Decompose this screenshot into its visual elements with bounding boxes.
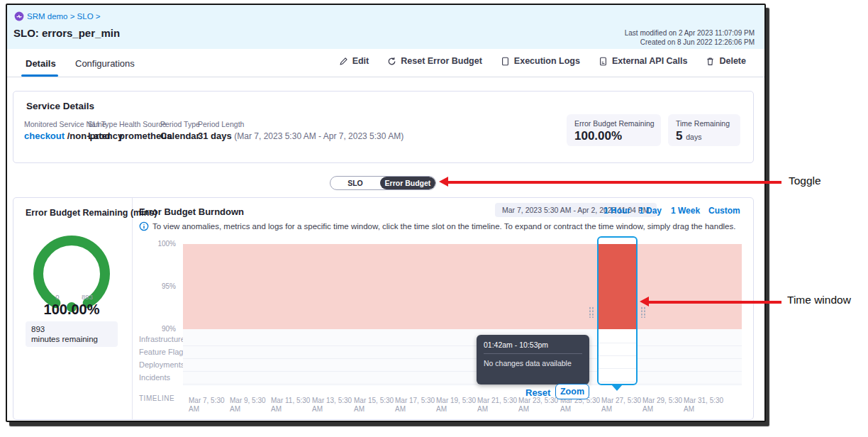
page-header: SRM demo > SLO > SLO: errors_per_min Las… — [7, 5, 764, 49]
timeline-tick: Mar 9, 5:30AM — [230, 397, 271, 414]
last-modified: Last modified on 2 Apr 2023 11:07:09 PM — [625, 28, 755, 38]
timestamps: Last modified on 2 Apr 2023 11:07:09 PM … — [625, 28, 755, 47]
timeline-tick: Mar 29, 5:30AM — [642, 397, 684, 414]
selection-gridline — [599, 355, 636, 356]
panel-divider — [132, 198, 133, 419]
burndown-date-range[interactable]: Mar 7, 2023 5:30 AM - Apr 2, 2023 11:04 … — [495, 203, 657, 217]
reset-button[interactable]: Reset — [525, 387, 550, 398]
active-tab-indicator — [21, 74, 58, 77]
tooltip-divider — [484, 353, 582, 354]
period-length-value: 31 days (Mar 7, 2023 5:30 AM - Apr 7, 20… — [198, 131, 404, 141]
lane-gridline — [183, 358, 742, 359]
timeline-tick: Mar 19, 5:30AM — [436, 397, 477, 414]
service-details-heading: Service Details — [26, 101, 94, 111]
delete-button[interactable]: Delete — [706, 56, 746, 66]
execution-logs-button[interactable]: Execution Logs — [501, 56, 580, 66]
info-icon — [139, 221, 149, 231]
lane-infrastructure: Infrastructure — [139, 335, 185, 343]
document-icon — [501, 57, 510, 66]
annotation-toggle: Toggle — [789, 175, 821, 187]
error-budget-band[interactable] — [183, 244, 742, 329]
burndown-title: Error Budget Burndown — [139, 206, 244, 217]
selection-pointer-icon — [611, 385, 623, 391]
gauge-title: Error Budget Remaining (mins) — [26, 208, 157, 218]
page-title: SLO: errors_per_min — [13, 27, 120, 39]
external-api-calls-button[interactable]: External API Calls — [599, 56, 688, 66]
timeline-tick: Mar 7, 5:30AM — [189, 397, 230, 414]
timeline-tick: Mar 21, 5:30AM — [477, 397, 518, 414]
lane-incidents: Incidents — [139, 373, 170, 382]
tab-configurations[interactable]: Configurations — [75, 58, 135, 69]
minutes-remaining-value: 893 — [31, 324, 112, 334]
preset-1-week[interactable]: 1 Week — [671, 206, 700, 216]
page-root: SRM demo > SLO > SLO: errors_per_min Las… — [0, 0, 868, 437]
error-budget-card: Error Budget Remaining (mins) 0 893 100.… — [13, 197, 754, 420]
preset-1-hour[interactable]: 1 Hour — [603, 206, 630, 216]
timeline-tick: Mar 17, 5:30AM — [395, 397, 436, 414]
error-budget-remaining-stat: Error Budget Remaining 100.00% — [567, 114, 661, 146]
gauge-percent: 100.00% — [15, 302, 128, 318]
trash-icon — [706, 57, 715, 66]
annotation-time-window: Time window — [787, 294, 851, 306]
timeline-label: TIMELINE — [139, 394, 174, 402]
selection-gridline — [599, 343, 636, 343]
lane-gridline — [183, 345, 742, 346]
document-arrow-icon — [599, 57, 608, 66]
time-window-selection[interactable] — [597, 236, 638, 385]
changes-tooltip: 01:42am - 10:53pm No changes data availa… — [477, 335, 589, 385]
slo-errorbudget-toggle[interactable]: SLO Error Budget — [330, 176, 436, 190]
sli-type-value: Latency — [88, 131, 123, 141]
tab-details[interactable]: Details — [26, 58, 56, 69]
time-remaining-stat: Time Remaining 5 days — [668, 114, 740, 146]
reset-error-budget-button[interactable]: Reset Error Budget — [387, 56, 482, 66]
toggle-option-error-budget[interactable]: Error Budget — [380, 177, 435, 189]
ytick-90: 90% — [139, 325, 176, 333]
lane-gridline — [183, 384, 742, 385]
period-length-range: (Mar 7, 2023 5:30 AM - Apr 7, 2023 5:30 … — [234, 131, 404, 141]
ytick-95: 95% — [139, 282, 176, 290]
preset-custom[interactable]: Custom — [708, 206, 740, 216]
service-details-card: Service Details Monitored Service Name c… — [13, 91, 754, 163]
period-type-label: Period Type — [160, 120, 200, 128]
change-lanes-area — [183, 329, 742, 386]
lane-deployments: Deployments — [139, 360, 184, 369]
gauge-min: 0 — [55, 293, 59, 301]
time-window-arrow-line — [648, 301, 781, 304]
edit-button[interactable]: Edit — [339, 56, 369, 66]
burndown-info-text: To view anomalies, metrics and logs for … — [152, 222, 735, 231]
breadcrumb[interactable]: SRM demo > SLO > — [27, 12, 101, 21]
timeline-tick: Mar 27, 5:30AM — [601, 397, 642, 414]
health-source-label: Health Source — [119, 120, 167, 128]
period-length-label: Period Length — [198, 120, 244, 128]
timeline-tick: Mar 11, 5:30AM — [271, 397, 312, 414]
time-window-selection-fill — [599, 244, 636, 329]
app-window: SRM demo > SLO > SLO: errors_per_min Las… — [6, 4, 766, 422]
created-on: Created on 8 Jun 2022 12:26:06 PM — [625, 38, 755, 47]
selection-gridline — [599, 382, 636, 382]
minutes-remaining-label: minutes remaining — [31, 334, 112, 344]
period-type-value: Calendar — [160, 131, 200, 141]
selection-gridline — [599, 368, 636, 369]
tab-bar: Details Configurations Edit Reset Error … — [7, 49, 764, 77]
timeline-tick: Mar 31, 5:30AM — [684, 397, 725, 414]
selection-left-drag-handle[interactable] — [588, 306, 595, 318]
timeline-tick: Mar 23, 5:30AM — [518, 397, 560, 414]
toggle-option-slo[interactable]: SLO — [330, 177, 380, 189]
tooltip-time-range: 01:42am - 10:53pm — [484, 341, 548, 349]
pencil-icon — [339, 57, 348, 66]
timeline-tick: Mar 15, 5:30AM — [354, 397, 395, 414]
monitored-service-link[interactable]: checkout — [24, 131, 65, 141]
toggle-arrow-line — [447, 181, 781, 184]
preset-1-day[interactable]: 1 Day — [639, 206, 662, 216]
action-toolbar: Edit Reset Error Budget Execution Logs E… — [339, 56, 746, 66]
zoom-button[interactable]: Zoom — [555, 384, 589, 399]
minutes-remaining-box: 893 minutes remaining — [26, 321, 118, 347]
sli-type-label: SLI Type — [88, 120, 117, 128]
ytick-100: 100% — [139, 240, 176, 248]
reset-icon — [387, 57, 396, 66]
timeline-tick: Mar 13, 5:30AM — [312, 397, 353, 414]
gauge-max: 893 — [82, 293, 93, 301]
lane-gridline — [183, 371, 742, 372]
srm-logo-icon — [14, 11, 24, 21]
selection-right-drag-handle[interactable] — [640, 306, 647, 318]
